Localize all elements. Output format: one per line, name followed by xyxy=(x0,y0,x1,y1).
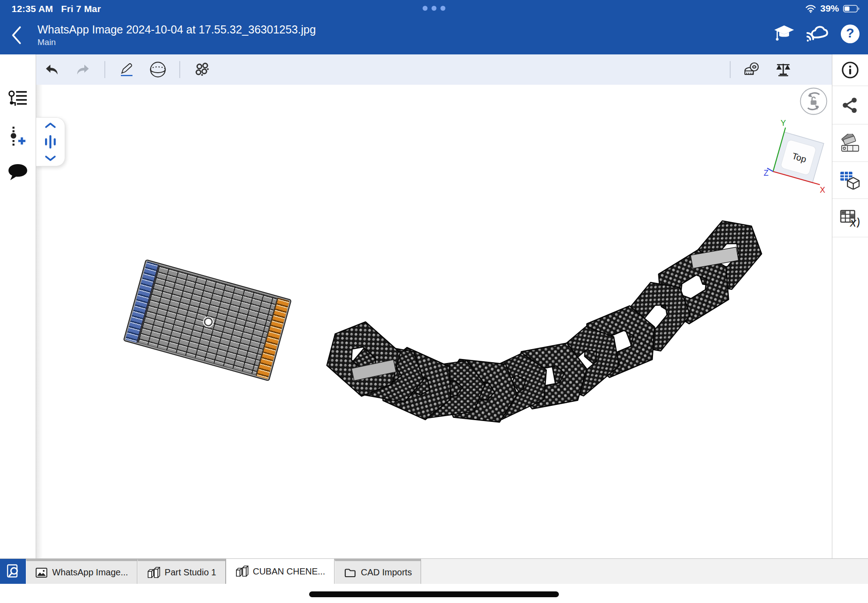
sphere-icon[interactable] xyxy=(148,60,168,79)
graphics-canvas[interactable]: Top Y Z X xyxy=(36,85,832,558)
tab-label: CUBAN CHENE... xyxy=(253,566,325,577)
status-bar: 12:35 AMFri 7 Mar 39% xyxy=(0,0,868,17)
view-cube[interactable]: Top Y Z X xyxy=(745,111,832,209)
document-header: WhatsApp Image 2024-10-04 at 17.55.32_36… xyxy=(0,17,868,54)
info-icon[interactable] xyxy=(832,54,868,86)
tools-cluster-icon[interactable] xyxy=(192,60,211,79)
svg-text:?: ? xyxy=(846,25,854,40)
battery-icon xyxy=(843,5,860,12)
tab-whatsapp-image[interactable]: WhatsApp Image... xyxy=(26,559,137,584)
measure-tape-icon[interactable] xyxy=(742,60,762,79)
part-studio-icon xyxy=(147,566,160,579)
model-toolbar xyxy=(36,54,832,85)
offline-sync-icon[interactable] xyxy=(806,22,829,45)
tab-cuban-chain[interactable]: CUBAN CHENE... xyxy=(226,559,335,584)
home-indicator[interactable] xyxy=(309,591,559,597)
top-bar: 12:35 AMFri 7 Mar 39% xyxy=(0,0,868,54)
help-icon[interactable]: ? xyxy=(839,22,862,45)
undo-icon[interactable] xyxy=(42,60,62,79)
tab-bar: WhatsApp Image... Part Studio 1 CUBAN CH… xyxy=(0,558,868,584)
home-area xyxy=(0,583,868,603)
svg-text:x): x) xyxy=(849,216,860,227)
part-studio-icon xyxy=(235,565,248,578)
configurations-icon[interactable] xyxy=(832,162,868,199)
variables-table-icon[interactable]: x) xyxy=(832,199,868,237)
mass-properties-scale-icon[interactable] xyxy=(773,60,793,79)
comment-icon[interactable] xyxy=(0,158,36,186)
insert-feature-icon[interactable] xyxy=(0,122,36,151)
tab-label: WhatsApp Image... xyxy=(52,567,128,578)
tab-part-studio-1[interactable]: Part Studio 1 xyxy=(137,559,226,584)
redo-icon[interactable] xyxy=(73,60,93,79)
status-right: 39% xyxy=(805,3,860,14)
scrubber-bars-icon[interactable] xyxy=(44,134,57,149)
share-icon[interactable] xyxy=(832,86,868,124)
tab-label: Part Studio 1 xyxy=(165,567,216,578)
back-button[interactable] xyxy=(10,25,28,46)
chevron-up-icon[interactable] xyxy=(45,122,56,128)
appearance-swatches-icon[interactable] xyxy=(832,124,868,162)
feature-scrubber[interactable] xyxy=(36,117,65,166)
feature-list-icon[interactable] xyxy=(0,85,36,113)
axis-z-label: Z xyxy=(764,169,769,178)
battery-percent: 39% xyxy=(820,3,839,14)
axis-y-label: Y xyxy=(781,119,786,128)
left-sidebar xyxy=(0,54,36,558)
chevron-down-icon[interactable] xyxy=(45,155,56,161)
document-title: WhatsApp Image 2024-10-04 at 17.55.32_36… xyxy=(37,23,316,36)
folder-icon xyxy=(344,567,356,578)
tab-label: CAD Imports xyxy=(361,567,412,578)
status-time: 12:35 AM xyxy=(12,4,53,14)
status-dots xyxy=(423,6,446,11)
tab-manager-button[interactable] xyxy=(0,559,26,584)
tab-cad-imports[interactable]: CAD Imports xyxy=(335,559,421,584)
toolbar-divider xyxy=(730,61,731,78)
onshape-app: { "status_bar": { "time": "12:35 AM", "d… xyxy=(0,0,868,603)
status-time-date: 12:35 AMFri 7 Mar xyxy=(12,4,101,14)
right-sidebar: x) xyxy=(832,54,868,558)
wifi-icon xyxy=(805,4,816,13)
toolbar-divider xyxy=(104,61,105,78)
image-icon xyxy=(35,567,48,578)
sketch-pencil-icon[interactable] xyxy=(117,60,136,79)
workspace-name: Main xyxy=(37,37,56,47)
toolbar-divider xyxy=(179,61,180,78)
status-date: Fri 7 Mar xyxy=(61,4,101,14)
learning-center-icon[interactable] xyxy=(773,22,796,45)
axis-x-label: X xyxy=(820,186,825,194)
